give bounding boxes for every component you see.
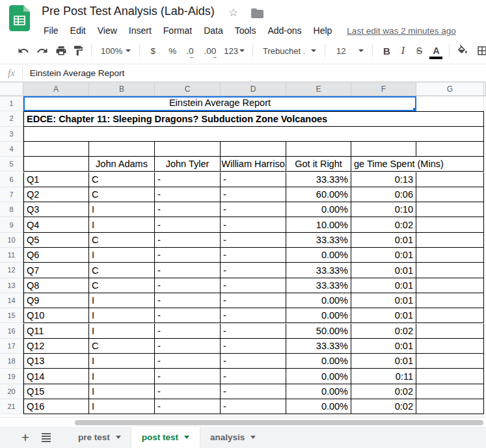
cell-subtitle[interactable]: EDCE: Chapter 11: Sleeping Dragons? Subd… (23, 111, 416, 126)
cell-row4[interactable] (155, 142, 221, 157)
menu-format[interactable]: Format (157, 25, 198, 36)
cell-adams[interactable]: I (89, 217, 155, 232)
last-edit-link[interactable]: Last edit was 2 minutes ago (347, 26, 455, 36)
cell-g-empty[interactable] (416, 187, 484, 202)
cell-header-william-harrison[interactable]: William Harriso (221, 157, 286, 172)
cell-question[interactable]: Q13 (23, 354, 89, 369)
row-header-11[interactable]: 11 (0, 248, 23, 263)
cell-question[interactable]: Q14 (23, 369, 89, 384)
cell-percent-right[interactable]: 0.00% (286, 369, 351, 384)
column-header-G[interactable]: G (416, 82, 484, 96)
sheets-logo-icon[interactable] (9, 5, 30, 34)
cell-harrison[interactable]: - (221, 233, 286, 248)
cell-question[interactable]: Q15 (23, 384, 89, 399)
cell-g-empty[interactable] (416, 399, 484, 414)
row-header-18[interactable]: 18 (0, 354, 23, 369)
cell-harrison[interactable]: - (221, 263, 286, 278)
cell-harrison[interactable]: - (221, 187, 286, 202)
cell-tyler[interactable]: - (155, 339, 221, 354)
cell-question[interactable]: Q11 (23, 324, 89, 339)
cell-time-spent[interactable]: 0:01 (351, 293, 416, 308)
cell-row4[interactable] (89, 142, 155, 157)
zoom-dropdown[interactable]: 100% (101, 46, 131, 56)
spreadsheet-grid[interactable]: ABCDEFG123456789101112131415161718192021… (0, 82, 486, 417)
row-header-15[interactable]: 15 (0, 308, 23, 323)
cell-adams[interactable]: I (89, 369, 155, 384)
cell-percent-right[interactable]: 0.00% (286, 202, 351, 217)
menu-addons[interactable]: Add-ons (262, 25, 307, 36)
italic-button[interactable]: I (398, 45, 408, 57)
cell-row3[interactable] (23, 127, 416, 142)
cell-percent-right[interactable]: 0.00% (286, 399, 351, 414)
cell-tyler[interactable]: - (155, 324, 221, 339)
cell-time-spent[interactable]: 0:02 (351, 384, 416, 399)
cell-g-empty[interactable] (416, 354, 484, 369)
row-header-19[interactable]: 19 (0, 369, 23, 384)
cell-question[interactable]: Q10 (23, 308, 89, 323)
cell-time-spent[interactable]: 0:02 (351, 217, 416, 232)
cell-harrison[interactable]: - (221, 384, 286, 399)
cell-percent-right[interactable]: 0.00% (286, 293, 351, 308)
cell-g-empty[interactable] (416, 324, 484, 339)
cell-time-spent[interactable]: 0:02 (351, 324, 416, 339)
cell-header-john-tyler[interactable]: John Tyler (155, 157, 221, 172)
column-header-D[interactable]: D (221, 82, 286, 96)
cell-percent-right[interactable]: 33.33% (286, 339, 351, 354)
cell-G3[interactable] (416, 127, 484, 142)
cell-G4[interactable] (416, 142, 484, 157)
menu-data[interactable]: Data (198, 25, 229, 36)
cell-g-empty[interactable] (416, 233, 484, 248)
text-color-button[interactable]: A (431, 46, 441, 56)
cell-percent-right[interactable]: 33.33% (286, 172, 351, 187)
all-sheets-menu-icon[interactable] (36, 427, 56, 448)
cell-question[interactable]: Q1 (23, 172, 89, 187)
row-header-8[interactable]: 8 (0, 202, 23, 217)
cell-harrison[interactable]: - (221, 293, 286, 308)
cell-percent-right[interactable]: 60.00% (286, 187, 351, 202)
cell-g-empty[interactable] (416, 278, 484, 293)
borders-icon[interactable] (476, 45, 486, 57)
cell-adams[interactable]: I (89, 384, 155, 399)
cell-header-A[interactable] (23, 157, 89, 172)
cell-percent-right[interactable]: 50.00% (286, 324, 351, 339)
undo-icon[interactable] (18, 45, 29, 57)
cell-time-spent[interactable]: 0:01 (351, 308, 416, 323)
row-header-20[interactable]: 20 (0, 384, 23, 399)
cell-g-empty[interactable] (416, 293, 484, 308)
horizontal-scrollbar-thumb[interactable] (75, 420, 483, 425)
cell-adams[interactable]: C (89, 187, 155, 202)
select-all-corner[interactable] (0, 82, 23, 96)
cell-adams[interactable]: C (89, 233, 155, 248)
cell-tyler[interactable]: - (155, 384, 221, 399)
cell-g-empty[interactable] (416, 248, 484, 263)
bold-button[interactable]: B (381, 46, 392, 57)
cell-percent-right[interactable]: 0.00% (286, 308, 351, 323)
fill-color-icon[interactable] (457, 45, 468, 57)
column-header-A[interactable]: A (23, 82, 89, 96)
cell-adams[interactable]: I (89, 248, 155, 263)
sheet-tab-analysis[interactable]: analysis (200, 427, 266, 448)
sheet-tab-pre-test[interactable]: pre test (68, 427, 131, 448)
cell-tyler[interactable]: - (155, 202, 221, 217)
cell-question[interactable]: Q3 (23, 202, 89, 217)
cell-header-got-it-right[interactable]: Got it Right (286, 157, 351, 172)
column-header-C[interactable]: C (155, 82, 221, 96)
column-header-F[interactable]: F (351, 82, 416, 96)
cell-time-spent[interactable]: 0:01 (351, 248, 416, 263)
cell-tyler[interactable]: - (155, 293, 221, 308)
selection-fill-handle[interactable] (413, 108, 416, 111)
cell-row4[interactable] (351, 142, 416, 157)
redo-icon[interactable] (36, 45, 48, 57)
cell-question[interactable]: Q12 (23, 339, 89, 354)
cell-question[interactable]: Q6 (23, 248, 89, 263)
cell-question[interactable]: Q2 (23, 187, 89, 202)
add-sheet-button[interactable]: + (14, 427, 36, 448)
cell-G2[interactable] (416, 111, 484, 126)
cell-percent-right[interactable]: 33.33% (286, 278, 351, 293)
cell-header-john-adams[interactable]: John Adams (89, 157, 155, 172)
cell-tyler[interactable]: - (155, 354, 221, 369)
paint-format-icon[interactable] (72, 45, 84, 57)
cell-tyler[interactable]: - (155, 187, 221, 202)
row-header-12[interactable]: 12 (0, 263, 23, 278)
cell-G1[interactable] (416, 96, 484, 111)
